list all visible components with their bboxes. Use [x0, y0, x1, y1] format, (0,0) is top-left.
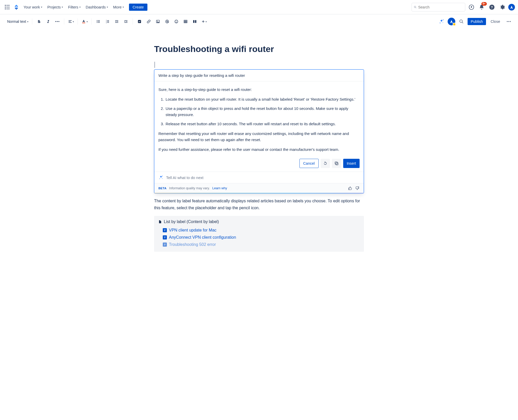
retry-button[interactable]: [321, 159, 330, 168]
svg-point-37: [443, 23, 443, 23]
search-input[interactable]: [412, 3, 465, 12]
table-button[interactable]: [181, 17, 190, 26]
emoji-button[interactable]: [172, 17, 180, 26]
nav-filters[interactable]: Filters▾: [66, 4, 82, 10]
jira-logo-icon[interactable]: [12, 3, 20, 11]
nav-projects[interactable]: Projects▾: [45, 4, 65, 10]
svg-point-35: [443, 19, 444, 20]
content-by-label-macro[interactable]: List by label (Content by label) VPN cli…: [154, 216, 364, 252]
image-button[interactable]: [154, 17, 162, 26]
search-field[interactable]: [418, 5, 463, 9]
profile-avatar[interactable]: [508, 4, 515, 10]
layouts-button[interactable]: [191, 17, 199, 26]
text-color-button[interactable]: ▾: [80, 17, 89, 26]
ai-disclaimer: Information quality may vary.: [169, 186, 210, 190]
insert-button[interactable]: Insert: [343, 159, 360, 168]
italic-button[interactable]: [44, 17, 52, 26]
insert-more-button[interactable]: ▾: [200, 17, 208, 26]
cbl-title-text: List by label (Content by label): [164, 219, 219, 224]
separator: [78, 18, 78, 25]
nav-more[interactable]: More▾: [111, 4, 126, 10]
svg-rect-33: [193, 20, 195, 23]
ai-actions: Cancel Insert: [154, 159, 364, 172]
ai-followup-input[interactable]: Tell AI what to do next: [154, 172, 364, 183]
action-item-button[interactable]: [135, 17, 144, 26]
cbl-item[interactable]: Troubleshooting 502 error: [163, 241, 360, 248]
chevron-down-icon: ▾: [87, 20, 88, 23]
ai-sparkle-icon: [158, 175, 164, 180]
document: Troubleshooting a wifi router Write a st…: [154, 29, 364, 262]
bullet-list-button[interactable]: [94, 17, 102, 26]
svg-point-31: [177, 21, 177, 22]
bold-button[interactable]: [35, 17, 43, 26]
close-button[interactable]: Close: [488, 18, 503, 25]
ai-step: Release the reset button after 10 second…: [165, 121, 360, 127]
thumbs-down-icon[interactable]: [355, 186, 360, 191]
nav-your-work[interactable]: Your work▾: [21, 4, 44, 10]
svg-point-36: [440, 23, 440, 23]
editor-toolbar: Normal text▾ ▾ ▾ 123 ▾ Publish Close: [0, 14, 518, 29]
presence-avatar[interactable]: [448, 18, 455, 25]
cbl-item[interactable]: AnyConnect VPN client configuration: [163, 234, 360, 241]
page-title[interactable]: Troubleshooting a wifi router: [154, 44, 364, 54]
notif-badge: 9+: [481, 2, 487, 6]
nav-label: Projects: [47, 5, 61, 9]
svg-rect-0: [5, 5, 6, 6]
publish-button[interactable]: Publish: [468, 18, 486, 25]
svg-point-20: [97, 22, 98, 23]
mention-button[interactable]: [163, 17, 171, 26]
text-cursor: [155, 62, 155, 68]
create-button[interactable]: Create: [129, 4, 147, 11]
svg-line-10: [416, 7, 416, 8]
cbl-item[interactable]: VPN client update for Mac: [163, 227, 360, 234]
beta-tag: BETA: [158, 187, 167, 190]
svg-point-29: [175, 20, 178, 23]
notifications-icon[interactable]: 9+: [478, 3, 486, 11]
svg-point-28: [167, 21, 168, 22]
chevron-down-icon: ▾: [27, 20, 28, 23]
ai-note: Remember that resetting your wifi router…: [158, 131, 360, 143]
cbl-list: VPN client update for Mac AnyConnect VPN…: [158, 227, 360, 248]
outdent-button[interactable]: [113, 17, 121, 26]
text-style-dropdown[interactable]: Normal text▾: [5, 17, 29, 26]
chevron-down-icon: ▾: [41, 6, 42, 8]
separator: [64, 18, 64, 25]
svg-rect-17: [82, 23, 85, 23]
ai-steps-list: Locate the reset button on your wifi rou…: [158, 96, 360, 127]
page-icon: [163, 228, 167, 232]
svg-rect-32: [184, 20, 187, 23]
copy-button[interactable]: [332, 159, 341, 168]
align-button[interactable]: ▾: [67, 17, 75, 26]
numbered-list-button[interactable]: 123: [103, 17, 112, 26]
svg-rect-1: [7, 5, 8, 6]
chevron-down-icon: ▾: [73, 20, 74, 23]
find-button[interactable]: [457, 17, 466, 26]
cancel-button[interactable]: Cancel: [299, 159, 319, 168]
ai-step: Use a paperclip or a thin object to pres…: [165, 106, 360, 118]
svg-rect-6: [5, 8, 6, 9]
nav-label: Your work: [24, 5, 40, 9]
thumbs-up-icon[interactable]: [348, 186, 352, 191]
learn-why-link[interactable]: Learn why: [212, 186, 227, 190]
nav-dashboards[interactable]: Dashboards▾: [84, 4, 110, 10]
app-switcher-icon[interactable]: [3, 3, 11, 11]
chevron-down-icon: ▾: [62, 6, 63, 8]
ai-prompt[interactable]: Write a step by step guide for resetting…: [154, 70, 364, 81]
more-formatting-button[interactable]: [53, 17, 61, 26]
link-button[interactable]: [145, 17, 153, 26]
overflow-menu-button[interactable]: [505, 17, 513, 26]
editor-viewport[interactable]: Troubleshooting a wifi router Write a st…: [0, 29, 518, 420]
indent-button[interactable]: [122, 17, 130, 26]
svg-point-27: [166, 20, 169, 23]
cbl-link-text: AnyConnect VPN client configuration: [169, 235, 236, 240]
discover-icon[interactable]: [467, 3, 476, 11]
ai-sparkle-icon[interactable]: [437, 17, 446, 26]
body-paragraph[interactable]: The content by label feature automatical…: [154, 197, 364, 211]
svg-point-14: [55, 21, 56, 22]
settings-icon[interactable]: [498, 3, 506, 11]
help-icon[interactable]: ?: [488, 3, 496, 11]
separator: [91, 18, 92, 25]
svg-rect-43: [336, 163, 338, 165]
top-nav: Your work▾ Projects▾ Filters▾ Dashboards…: [0, 0, 518, 14]
svg-point-9: [414, 6, 416, 7]
